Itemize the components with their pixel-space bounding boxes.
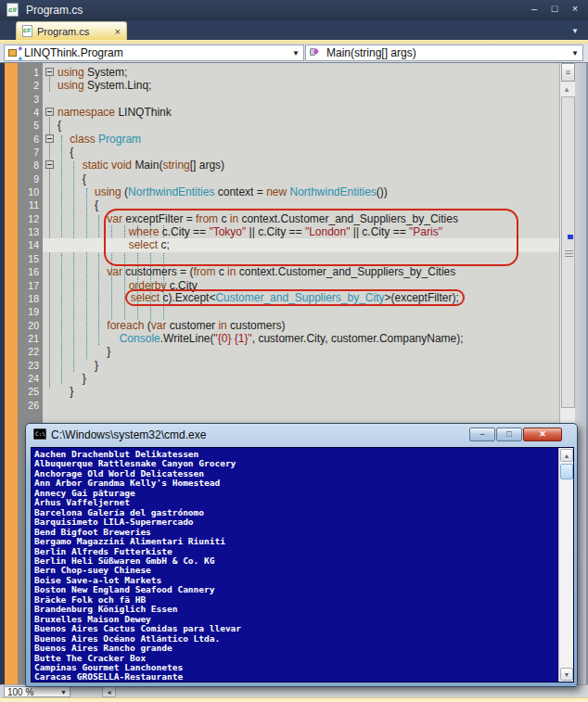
line-number: 22	[0, 345, 43, 358]
fold-collapse-box[interactable]	[45, 108, 54, 116]
fold-collapse-box[interactable]	[45, 160, 54, 169]
line-number: 7	[0, 146, 43, 159]
code-text	[43, 305, 58, 318]
line-number: 3	[0, 93, 43, 106]
line-number: 6	[0, 133, 43, 146]
close-button[interactable]: ×	[568, 3, 582, 16]
code-line[interactable]: 18 select c).Except<Customer_and_Supplie…	[0, 292, 575, 305]
document-tab-well: c# Program.cs × ▼	[0, 20, 588, 40]
code-line[interactable]: 7 {	[0, 146, 575, 159]
cmd-title: C:\Windows\system32\cmd.exe	[51, 428, 206, 441]
scrollbar-thumb[interactable]	[561, 96, 575, 408]
code-text: using (NorthwindEntities context = new N…	[43, 185, 388, 198]
cmd-maximize-button[interactable]: □	[496, 428, 522, 441]
csharp-file-icon: c#	[22, 25, 32, 37]
code-text: namespace LINQThink	[43, 106, 172, 119]
editor-zoom-control[interactable]: 100 % ▼	[4, 686, 70, 697]
console-scrollbar-thumb[interactable]	[560, 464, 573, 479]
zoom-level-value: 100 %	[7, 687, 60, 697]
line-number: 9	[0, 172, 43, 185]
code-line[interactable]: 22 }	[0, 345, 575, 358]
fold-collapse-box[interactable]	[45, 134, 54, 143]
code-line[interactable]: 20 foreach (var customer in customers)	[0, 319, 575, 332]
fold-collapse-box[interactable]	[45, 68, 54, 76]
line-number: 23	[0, 359, 43, 372]
line-number: 16	[0, 265, 43, 278]
tab-label: Program.cs	[37, 26, 111, 37]
line-number: 8	[0, 159, 43, 172]
method-icon: ♦	[310, 47, 324, 59]
tab-list-dropdown-icon[interactable]: ▼	[571, 27, 579, 35]
scroll-left-icon[interactable]: ◄	[102, 686, 116, 697]
code-text: {	[43, 146, 73, 159]
code-line[interactable]: 16 var customers = (from c in context.Cu…	[0, 265, 575, 278]
line-number: 19	[0, 305, 43, 318]
cmd-titlebar[interactable]: C:\ C:\Windows\system32\cmd.exe – □ ✕	[26, 424, 577, 446]
code-line[interactable]: 4namespace LINQThink	[0, 106, 575, 119]
type-dropdown-value: LINQThink.Program	[24, 46, 288, 59]
maximize-button[interactable]: □	[547, 3, 562, 16]
code-line[interactable]: 21 Console.WriteLine("{0} {1}", customer…	[0, 332, 575, 345]
caret-position-marker	[568, 235, 573, 239]
line-number: 25	[0, 385, 43, 398]
code-text: foreach (var customer in customers)	[43, 319, 285, 332]
line-number: 12	[0, 212, 43, 225]
red-annotation-oval: select c).Except<Customer_and_Suppliers_…	[125, 289, 465, 306]
tab-program-cs[interactable]: c# Program.cs ×	[16, 21, 127, 40]
line-number: 2	[0, 79, 43, 92]
code-line[interactable]: 24 }	[0, 372, 575, 385]
console-line: Buenos Aires Rancho grande	[34, 644, 241, 653]
code-line[interactable]: 3	[0, 93, 575, 106]
code-line[interactable]: 19	[0, 305, 575, 318]
member-dropdown[interactable]: ♦ Main(string[] args) ▼	[305, 45, 583, 61]
code-line[interactable]: 25 }	[0, 385, 575, 398]
minimize-button[interactable]: –	[527, 3, 542, 16]
code-line[interactable]: 10 using (NorthwindEntities context = ne…	[0, 185, 575, 198]
line-number: 15	[0, 252, 43, 265]
code-line[interactable]: 6 class Program	[0, 133, 575, 146]
code-text: class Program	[43, 133, 141, 146]
line-number: 24	[0, 372, 43, 385]
chevron-down-icon: ▼	[571, 49, 579, 57]
line-number: 10	[0, 185, 43, 198]
console-line: Bergamo Magazzini Alimentari Riuniti	[34, 537, 241, 546]
line-number: 18	[0, 292, 43, 305]
code-text	[43, 93, 58, 106]
cmd-window[interactable]: C:\ C:\Windows\system32\cmd.exe – □ ✕ Aa…	[25, 423, 578, 687]
window-title: Program.cs	[26, 4, 83, 17]
code-line[interactable]: 9 {	[0, 172, 575, 185]
chevron-down-icon: ▼	[60, 689, 67, 696]
cmd-icon: C:\	[33, 428, 46, 440]
code-text: {	[43, 119, 61, 132]
scroll-up-icon[interactable]: ▲	[560, 449, 573, 462]
code-text: var customers = (from c in context.Custo…	[43, 265, 455, 278]
window-titlebar[interactable]: c# Program.cs – □ ×	[0, 0, 588, 20]
code-text: using System.Linq;	[43, 79, 151, 92]
code-text: static void Main(string[] args)	[43, 159, 224, 172]
code-line[interactable]: 2using System.Linq;	[0, 79, 575, 92]
line-number: 4	[0, 106, 43, 119]
code-text: }	[43, 372, 86, 385]
split-editor-handle[interactable]: ≡	[561, 63, 575, 82]
csharp-file-icon: c#	[6, 3, 19, 17]
code-text: Console.WriteLine("{0} {1}", customer.Ci…	[43, 332, 464, 345]
line-number: 20	[0, 319, 43, 332]
chevron-down-icon: ▼	[292, 49, 300, 57]
code-line[interactable]: 5{	[0, 119, 575, 132]
code-text: {	[43, 172, 86, 185]
code-line[interactable]: 8 static void Main(string[] args)	[0, 159, 575, 172]
cmd-close-button[interactable]: ✕	[523, 428, 562, 441]
console-scrollbar[interactable]: ▲ ▼	[558, 448, 573, 682]
scroll-up-icon[interactable]: ▲	[563, 85, 570, 94]
type-dropdown[interactable]: ♦♦ LINQThink.Program ▼	[4, 45, 304, 61]
tab-close-icon[interactable]: ×	[115, 26, 121, 37]
cmd-minimize-button[interactable]: –	[469, 428, 495, 441]
code-line[interactable]: 1using System;	[0, 66, 575, 79]
code-text: }	[43, 385, 73, 398]
scroll-down-icon[interactable]: ▼	[560, 668, 573, 681]
code-line[interactable]: 26	[0, 399, 575, 412]
line-number: 14	[0, 238, 43, 251]
red-annotation-box	[104, 209, 518, 266]
member-dropdown-value: Main(string[] args)	[326, 46, 568, 59]
code-line[interactable]: 23 }	[0, 359, 575, 372]
